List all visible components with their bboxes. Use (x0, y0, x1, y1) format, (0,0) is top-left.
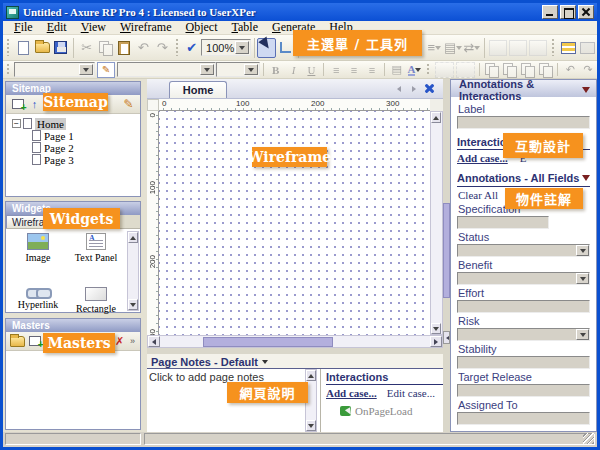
scroll-up-button[interactable] (128, 232, 138, 243)
scroll-up-button[interactable] (306, 370, 316, 381)
collapse-icon[interactable]: − (12, 119, 21, 128)
widget-hyperlink[interactable]: Hyperlink (10, 287, 66, 310)
line-style-button[interactable]: ≡ (425, 38, 444, 58)
minimize-button[interactable] (542, 5, 558, 19)
position-button-1[interactable] (489, 40, 507, 56)
italic-button[interactable]: I (285, 62, 303, 78)
toolbar-grip[interactable] (551, 39, 556, 57)
canvas-horizontal-scrollbar[interactable] (147, 335, 443, 348)
open-master-button[interactable] (9, 333, 26, 349)
zoom-dropdown-button[interactable] (235, 41, 249, 54)
font-dropdown-button[interactable] (200, 64, 214, 75)
bold-button[interactable]: B (267, 62, 285, 78)
scroll-down-button[interactable] (431, 323, 441, 334)
redo-button[interactable]: ↷ (153, 38, 172, 58)
effort-input[interactable] (457, 300, 590, 313)
risk-select[interactable] (457, 328, 590, 341)
menu-edit[interactable]: Edit (40, 21, 74, 34)
align-left-button[interactable]: ≡ (327, 62, 345, 78)
align-center-button[interactable]: ≡ (345, 62, 363, 78)
arrow-style-button[interactable]: ⇄ (463, 38, 482, 58)
status-select[interactable] (457, 244, 590, 257)
copy-button[interactable] (96, 38, 115, 58)
toolbar-grip[interactable] (175, 39, 180, 57)
widgets-scrollbar[interactable] (127, 231, 139, 311)
specification-input[interactable] (457, 216, 549, 229)
onpageload-event[interactable]: OnPageLoad (340, 405, 443, 417)
scrollbar-thumb[interactable] (443, 203, 450, 298)
toolbar-overflow-button[interactable]: » (128, 333, 137, 349)
toolbar-grip[interactable] (426, 64, 431, 76)
tree-item-page2[interactable]: Page 2 (12, 142, 140, 153)
send-backward-button[interactable] (537, 62, 555, 78)
close-button[interactable] (578, 5, 594, 19)
open-button[interactable] (33, 38, 52, 58)
underline-button[interactable]: U (302, 62, 320, 78)
font-select[interactable] (117, 62, 216, 77)
menu-object[interactable]: Object (178, 21, 224, 34)
wireframe-canvas[interactable] (159, 111, 430, 335)
style-edit-button[interactable]: ✎ (97, 62, 115, 78)
position-button-3[interactable] (529, 40, 547, 56)
table-button[interactable] (559, 38, 578, 58)
edit-page-button[interactable]: ✎ (120, 96, 137, 112)
tree-item-page3[interactable]: Page 3 (12, 154, 140, 165)
scroll-down-button[interactable] (306, 420, 316, 431)
line-spacing-button[interactable]: ▤ (388, 62, 406, 78)
masters-list[interactable] (6, 351, 140, 429)
page-notes-header[interactable]: Page Notes - Default (147, 354, 443, 369)
paste-button[interactable] (115, 38, 134, 58)
stability-input[interactable] (457, 356, 590, 369)
menu-wireframe[interactable]: Wireframe (113, 21, 179, 34)
bring-forward-button[interactable] (519, 62, 537, 78)
scroll-up-button[interactable] (431, 112, 441, 123)
scrollbar-thumb[interactable] (203, 337, 333, 347)
insert-column-button[interactable] (578, 38, 597, 58)
menu-file[interactable]: File (7, 21, 40, 34)
benefit-select[interactable] (457, 272, 590, 285)
annotations-panel-header[interactable]: Annotations & Interactions (451, 80, 596, 97)
all-fields-section-header[interactable]: Annotations - All Fields (457, 171, 590, 187)
dropdown-button[interactable] (576, 329, 589, 340)
widget-text-panel[interactable]: Text Panel (68, 233, 124, 263)
target-release-input[interactable] (457, 384, 590, 397)
right-panel-scrollbar[interactable] (443, 79, 450, 432)
add-case-link[interactable]: Add case... (326, 387, 377, 399)
prev-tab-button[interactable] (394, 86, 401, 92)
tab-home[interactable]: Home (169, 81, 227, 98)
group-button[interactable] (435, 62, 454, 78)
rotate-right-button[interactable]: ↷ (579, 62, 597, 78)
add-case-link[interactable]: Add case... (457, 152, 508, 164)
menu-table[interactable]: Table (224, 21, 265, 34)
scroll-right-button[interactable] (430, 336, 442, 347)
move-up-button[interactable]: ↑ (26, 96, 43, 112)
rotate-left-button[interactable]: ↶ (561, 62, 579, 78)
next-tab-button[interactable] (412, 86, 419, 92)
add-page-button[interactable] (9, 96, 26, 112)
toolbar-grip[interactable] (6, 39, 11, 57)
ungroup-button[interactable] (456, 62, 475, 78)
cut-button[interactable]: ✂ (77, 38, 96, 58)
tree-item-home[interactable]: − Home (12, 118, 140, 129)
bring-to-front-button[interactable] (483, 62, 501, 78)
zoom-select[interactable]: 100% (201, 39, 250, 56)
position-button-2[interactable] (509, 40, 527, 56)
font-size-dropdown-button[interactable] (244, 64, 258, 75)
align-right-button[interactable]: ≡ (363, 62, 381, 78)
tree-item-page1[interactable]: Page 1 (12, 130, 140, 141)
style-select[interactable] (14, 62, 95, 77)
canvas-vertical-scrollbar[interactable] (430, 111, 443, 335)
close-tab-button[interactable] (424, 83, 435, 94)
style-dropdown-button[interactable] (79, 64, 93, 75)
border-style-button[interactable]: ▤ (444, 38, 463, 58)
new-button[interactable] (14, 38, 33, 58)
label-field-input[interactable] (457, 116, 590, 129)
scroll-left-button[interactable] (148, 336, 160, 347)
undo-button[interactable]: ↶ (134, 38, 153, 58)
collapse-panel-button[interactable] (443, 331, 450, 344)
dropdown-button[interactable] (576, 273, 589, 284)
send-to-back-button[interactable] (501, 62, 519, 78)
widget-image[interactable]: Image (10, 233, 66, 263)
save-button[interactable] (51, 38, 70, 58)
spellcheck-button[interactable]: ✔ (182, 38, 201, 58)
